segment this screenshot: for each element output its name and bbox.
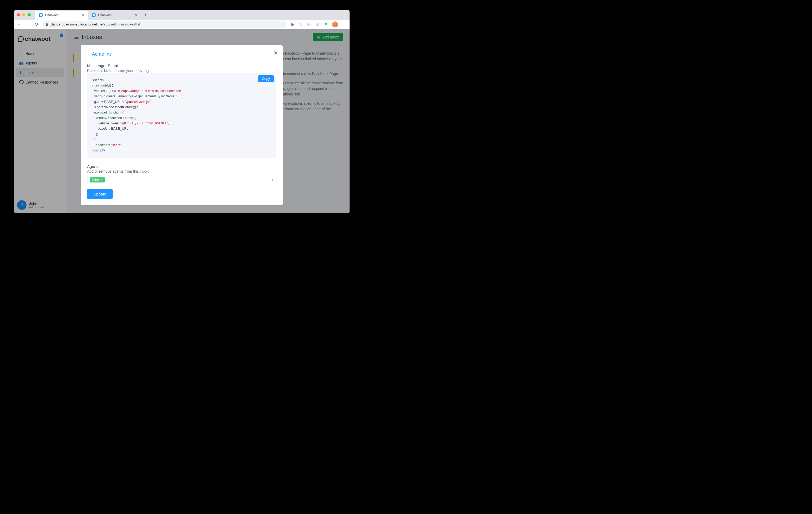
agents-select[interactable]: John × ▼ [87, 175, 277, 184]
browser-tabs: Chatwoot × Chatwoot × + [35, 10, 147, 20]
traffic-lights [17, 13, 31, 17]
tab-close-icon[interactable]: × [135, 13, 137, 17]
lock-icon [45, 23, 49, 26]
star-icon[interactable]: ☆ [298, 22, 303, 27]
remove-agent-icon[interactable]: × [101, 178, 103, 182]
vue-devtools-icon[interactable]: ▼ [324, 22, 328, 27]
browser-tab-inactive[interactable]: Chatwoot × [88, 10, 141, 20]
agent-chip-label: John [92, 178, 99, 182]
tab-close-icon[interactable]: × [82, 13, 84, 17]
extension-icon[interactable]: ◐ [307, 22, 311, 27]
window-titlebar: Chatwoot × Chatwoot × + [14, 10, 350, 20]
favicon-icon [92, 13, 96, 17]
close-icon[interactable]: ✕ [273, 50, 278, 56]
code-block[interactable]: Copy<script> (function(d,t) { var BASE_U… [87, 73, 277, 158]
add-bookmark-icon[interactable]: ⊕ [290, 22, 294, 27]
extension-icon[interactable]: ▦ [315, 22, 320, 27]
back-icon[interactable]: ← [17, 22, 22, 27]
agents-sub: Add or remove agents from this inbox [87, 169, 277, 173]
browser-window: Chatwoot × Chatwoot × + ← → ⟳ dangerous-… [14, 10, 350, 213]
new-tab-icon[interactable]: + [144, 12, 147, 18]
script-section-sub: Place this button inside your body tag [87, 69, 277, 73]
agent-chip: John × [90, 177, 105, 183]
tab-title: Chatwoot [98, 13, 133, 17]
profile-avatar-icon[interactable] [332, 22, 338, 27]
chevron-down-icon[interactable]: ▼ [271, 178, 274, 182]
minimize-window-icon[interactable] [22, 13, 25, 17]
agents-label: Agents [87, 164, 277, 169]
browser-menu-icon[interactable]: ⋮ [342, 22, 346, 27]
maximize-window-icon[interactable] [28, 13, 31, 17]
browser-toolbar: ← → ⟳ dangerous-cow-96.localtunnel.me/ap… [14, 20, 350, 29]
modal-title: Acme Inc [87, 51, 277, 57]
modal-overlay[interactable]: ✕ Acme Inc Messenger Script Place this b… [14, 29, 350, 213]
browser-tab-active[interactable]: Chatwoot × [35, 10, 88, 20]
favicon-icon [39, 13, 43, 17]
agents-section: Agents Add or remove agents from this in… [87, 164, 277, 184]
reload-icon[interactable]: ⟳ [34, 22, 39, 27]
update-button[interactable]: Update [87, 189, 113, 199]
url-text: dangerous-cow-96.localtunnel.me/app/sett… [51, 22, 140, 26]
tab-title: Chatwoot [45, 13, 80, 17]
script-section-label: Messenger Script [87, 63, 277, 68]
forward-icon[interactable]: → [25, 22, 31, 27]
copy-button[interactable]: Copy [258, 75, 273, 82]
toolbar-right: ⊕ ☆ ◐ ▦ ▼ ⋮ [290, 22, 346, 27]
inbox-settings-modal: ✕ Acme Inc Messenger Script Place this b… [81, 45, 283, 205]
close-window-icon[interactable] [17, 13, 20, 17]
address-bar[interactable]: dangerous-cow-96.localtunnel.me/app/sett… [42, 21, 287, 28]
